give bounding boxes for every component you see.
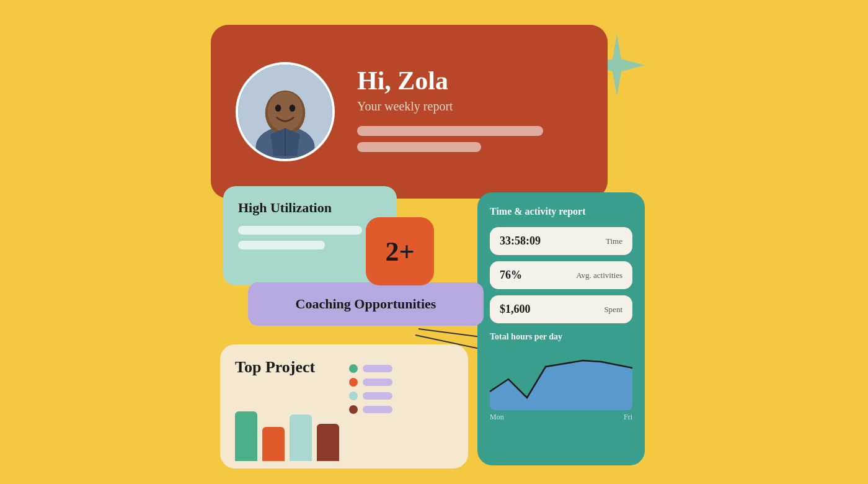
skeleton-line-2 [357,142,481,152]
legend-line-4 [363,406,392,413]
bar-1 [235,411,257,461]
area-chart [490,348,632,410]
stat-row-time: 33:58:09 Time [490,227,632,255]
legend-dot-2 [349,378,358,387]
legend-dot-4 [349,405,358,414]
legend-line-1 [363,365,392,372]
stat-row-spent: $1,600 Spent [490,295,632,323]
chart-title: Total hours per day [490,332,632,342]
coaching-card: Coaching Opportunities [248,282,484,326]
legend-dot-1 [349,364,358,373]
svg-point-6 [290,105,296,112]
svg-point-4 [268,92,303,132]
time-activity-card: Time & activity report 33:58:09 Time 76%… [477,192,645,465]
util-skeleton-1 [238,226,362,235]
coaching-label: Coaching Opportunities [296,296,436,312]
stat-time-value: 33:58:09 [500,235,541,248]
stat-time-label: Time [606,236,622,246]
bar-chart [235,387,339,461]
legend-item-1 [349,364,392,373]
greeting-heading: Hi, Zola [357,66,543,96]
stat-activities-value: 76% [500,269,522,282]
welcome-card: Hi, Zola Your weekly report [211,25,608,199]
time-report-title: Time & activity report [490,206,632,217]
chart-x-labels: Mon Fri [490,413,632,422]
legend-line-3 [363,392,392,400]
svg-point-5 [275,105,281,112]
subtitle-text: Your weekly report [357,99,543,114]
top-project-card: Top Project [220,344,468,468]
legend-line-2 [363,379,392,386]
chart-section: Total hours per day Mon Fri [490,332,632,422]
chart-x-end: Fri [624,413,632,422]
legend-dot-3 [349,392,358,400]
bar-3 [290,415,312,461]
project-title: Top Project [235,358,339,377]
stat-spent-label: Spent [604,305,622,315]
legend-item-4 [349,405,392,414]
utilization-title: High Utilization [238,200,382,216]
bar-2 [262,427,285,461]
legend-item-2 [349,378,392,387]
skeleton-line-1 [357,126,543,136]
stat-activities-label: Avg. activities [576,271,622,280]
legend-item-3 [349,392,392,400]
bar-4 [317,424,339,461]
chart-x-start: Mon [490,413,504,422]
welcome-text-block: Hi, Zola Your weekly report [357,66,543,158]
stat-spent-value: $1,600 [500,303,531,316]
legend-area [349,364,392,414]
badge-2plus: 2+ [366,217,434,285]
stat-row-activities: 76% Avg. activities [490,261,632,289]
avatar [236,62,335,161]
util-skeleton-2 [238,241,325,249]
